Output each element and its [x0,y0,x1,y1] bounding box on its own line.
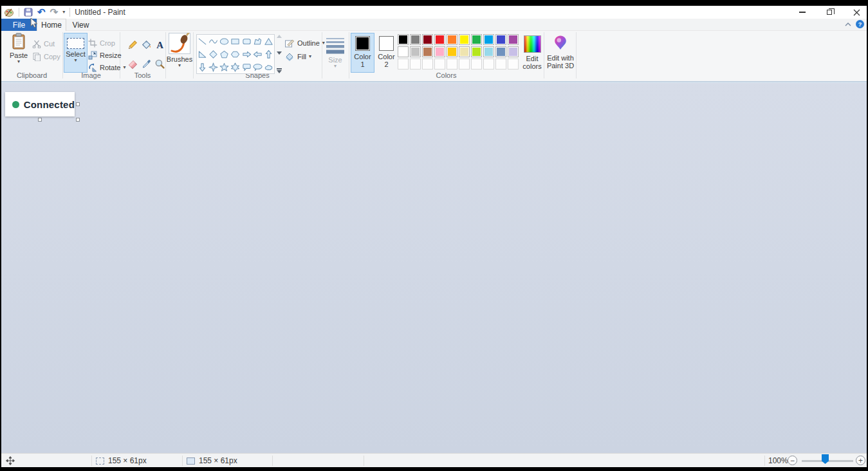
paste-button[interactable]: Paste ▾ [6,33,31,73]
edit-colors-button[interactable]: Edit colors [520,33,544,73]
shape-curve[interactable] [208,35,219,48]
undo-button[interactable]: ↶ [37,8,46,17]
palette-swatch[interactable] [410,34,421,45]
cut-button[interactable]: Cut [32,39,55,48]
tab-home[interactable]: Home [37,19,66,31]
select-icon [67,38,84,49]
palette-swatch-empty[interactable] [422,59,433,69]
fill-button[interactable]: Fill ▾ [284,51,311,62]
restore-button[interactable] [826,8,833,16]
shape-line[interactable] [197,35,208,48]
fill-with-color-tool[interactable] [141,39,152,50]
palette-swatch-empty[interactable] [459,59,470,69]
palette-swatch[interactable] [495,34,506,45]
minimize-button[interactable] [799,8,806,16]
color-picker-tool[interactable] [141,59,152,69]
shape-arrow-left[interactable] [252,48,263,60]
size-button[interactable]: Size ▾ [323,33,347,73]
palette-swatch-empty[interactable] [508,59,519,69]
shapes-more-button[interactable] [277,68,282,73]
shapes-scroll-up-icon[interactable] [277,35,282,38]
eraser-tool[interactable] [127,59,138,69]
canvas-workarea[interactable]: Connected [1,83,867,453]
restore-icon [827,10,832,15]
zoom-in-button[interactable]: + [856,456,865,465]
palette-swatch[interactable] [508,34,519,45]
brushes-button[interactable]: Brushes ▾ [167,33,192,73]
palette-swatch[interactable] [471,34,482,45]
outline-button[interactable]: Outline ▾ [284,38,325,48]
canvas-resize-handle-bottom[interactable] [38,118,42,122]
palette-swatch[interactable] [459,46,470,57]
zoom-out-button[interactable]: − [788,456,797,465]
palette-swatch[interactable] [459,34,470,45]
paint-canvas[interactable]: Connected [5,92,75,116]
palette-swatch[interactable] [483,46,494,57]
help-button[interactable]: ? [856,20,864,28]
select-button[interactable]: Select ▾ [64,33,88,73]
palette-swatch-empty[interactable] [410,59,421,69]
shape-callout-rounded[interactable] [241,60,252,73]
palette-swatch-empty[interactable] [447,59,457,69]
palette-swatch[interactable] [398,46,409,57]
palette-swatch[interactable] [508,46,519,57]
shape-callout-cloud[interactable] [263,60,274,73]
palette-swatch[interactable] [434,46,445,57]
shape-pentagon[interactable] [219,48,230,60]
resize-button[interactable]: Resize [88,51,122,60]
rotate-button[interactable]: Rotate ▾ [88,63,125,72]
color2-button[interactable]: Color 2 [376,33,397,73]
shape-oval[interactable] [219,35,230,48]
shape-triangle[interactable] [263,35,274,48]
shape-arrow-right[interactable] [241,48,252,60]
palette-swatch[interactable] [447,46,457,57]
palette-swatch[interactable] [447,34,457,45]
shape-star-4[interactable] [208,60,219,73]
shape-arrow-down[interactable] [197,60,208,73]
divider [19,8,19,17]
shape-right-triangle[interactable] [197,48,208,60]
zoom-slider-thumb[interactable] [822,454,829,464]
shape-polygon[interactable] [252,35,263,48]
palette-swatch[interactable] [495,46,506,57]
edit-with-paint3d-button[interactable]: Edit with Paint 3D [546,33,575,73]
shape-hexagon[interactable] [230,48,241,60]
shape-rounded-rectangle[interactable] [241,35,252,48]
shape-rectangle[interactable] [230,35,241,48]
shape-star-5[interactable] [219,60,230,73]
palette-swatch-empty[interactable] [495,59,506,69]
pencil-tool[interactable] [127,39,138,50]
shapes-scroll-down-icon[interactable] [277,51,282,55]
save-button[interactable] [24,8,33,17]
text-tool[interactable]: A [154,39,165,50]
shape-diamond[interactable] [208,48,219,60]
magnifier-tool[interactable] [154,59,165,69]
palette-swatch-empty[interactable] [398,59,409,69]
palette-swatch[interactable] [398,34,409,45]
canvas-resize-handle-right[interactable] [76,102,80,106]
palette-swatch[interactable] [422,34,433,45]
shape-callout-oval[interactable] [252,60,263,73]
crop-button[interactable]: Crop [88,39,115,48]
palette-swatch[interactable] [410,46,421,57]
palette-swatch-empty[interactable] [483,59,494,69]
customize-qat-dropdown[interactable]: ▾ [62,10,65,15]
canvas-resize-handle-corner[interactable] [76,118,80,122]
close-button[interactable] [853,8,860,16]
palette-swatch[interactable] [422,46,433,57]
palette-swatch[interactable] [434,34,445,45]
redo-button[interactable]: ↷ [50,8,59,17]
color1-button[interactable]: Color 1 [351,33,374,73]
ribbon: Clipboard Paste ▾ Cut Copy [1,31,867,81]
palette-swatch[interactable] [471,46,482,57]
collapse-ribbon-icon[interactable] [845,23,851,26]
palette-swatch[interactable] [483,34,494,45]
copy-button[interactable]: Copy [32,52,60,61]
palette-swatch-empty[interactable] [471,59,482,69]
shape-arrow-up[interactable] [263,48,274,60]
tab-view[interactable]: View [66,19,95,31]
shape-star-6[interactable] [230,60,241,73]
cut-icon [32,39,41,48]
divider [364,456,364,466]
palette-swatch-empty[interactable] [434,59,445,69]
